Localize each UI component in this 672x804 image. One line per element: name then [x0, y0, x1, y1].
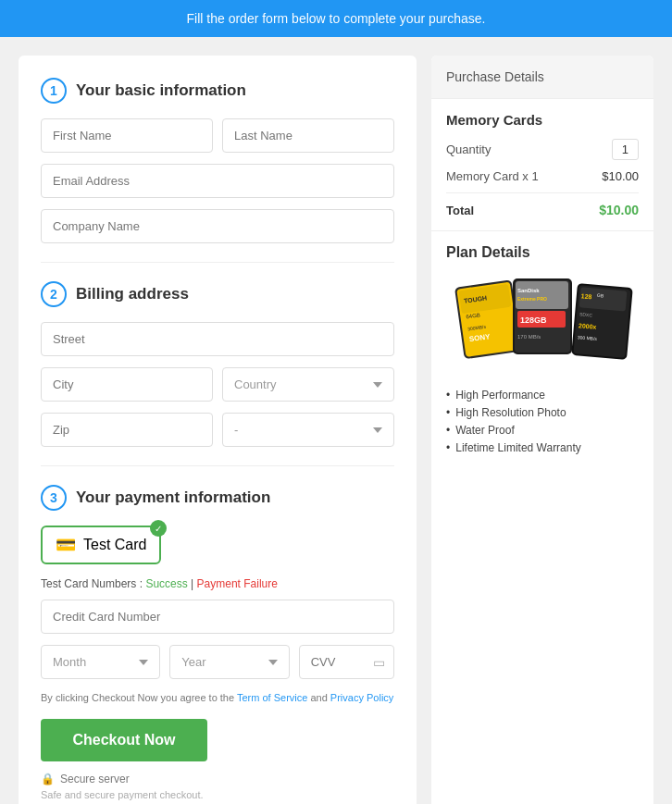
street-row: [41, 322, 394, 356]
terms-prefix: By clicking Checkout Now you agree to th…: [41, 692, 237, 703]
plan-details-title: Plan Details: [446, 244, 639, 261]
feature-item: High Resolution Photo: [446, 406, 639, 419]
cvv-row: Month 01 02 Year 2024 2025 ▭: [41, 645, 394, 679]
total-price: $10.00: [599, 203, 639, 217]
first-name-input[interactable]: [41, 118, 213, 153]
payment-section: 3 Your payment information 💳 Test Card ✓…: [41, 485, 394, 800]
city-country-row: Country United States United Kingdom: [41, 367, 394, 402]
banner-text: Fill the order form below to complete yo…: [187, 11, 486, 26]
section3-header: 3 Your payment information: [41, 485, 394, 511]
failure-link[interactable]: Payment Failure: [197, 577, 278, 590]
company-row: [41, 209, 394, 243]
section3-number: 3: [41, 485, 67, 511]
svg-rect-9: [516, 281, 568, 309]
company-input[interactable]: [41, 209, 394, 243]
quantity-row: Quantity 1: [446, 139, 639, 160]
purchase-body: Memory Cards Quantity 1 Memory Card x 1 …: [431, 99, 653, 230]
card-option[interactable]: 💳 Test Card ✓: [41, 526, 161, 564]
safe-text: Safe and secure payment checkout.: [41, 789, 394, 800]
left-panel: 1 Your basic information 2 Billing addre…: [19, 56, 417, 804]
card-label: Test Card: [83, 537, 146, 553]
svg-text:128GB: 128GB: [520, 315, 547, 325]
purchase-header-title: Purchase Details: [446, 69, 544, 84]
test-card-numbers: Test Card Numbers : Success | Payment Fa…: [41, 577, 394, 590]
feature-list: High PerformanceHigh Resolution PhotoWat…: [446, 389, 639, 454]
svg-text:GB: GB: [597, 292, 604, 299]
section2-header: 2 Billing address: [41, 281, 394, 307]
feature-item: Lifetime Limited Warranty: [446, 441, 639, 454]
section3-title: Your payment information: [76, 489, 270, 507]
section2-title: Billing address: [76, 285, 189, 303]
card-icon: 💳: [56, 535, 76, 555]
state-select[interactable]: -: [222, 413, 394, 447]
section1-number: 1: [41, 78, 67, 104]
lock-icon: 🔒: [41, 773, 55, 785]
email-row: [41, 164, 394, 198]
month-select[interactable]: Month 01 02: [41, 645, 160, 679]
zip-state-row: -: [41, 413, 394, 447]
total-label: Total: [446, 204, 474, 217]
zip-input[interactable]: [41, 413, 213, 447]
last-name-input[interactable]: [222, 118, 394, 153]
item-label: Memory Card x 1: [446, 169, 539, 183]
feature-item: High Performance: [446, 389, 639, 402]
product-name: Memory Cards: [446, 112, 639, 128]
cvv-icon: ▭: [373, 655, 385, 670]
section2-number: 2: [41, 281, 67, 307]
card-check-icon: ✓: [150, 520, 167, 537]
checkout-button[interactable]: Checkout Now: [41, 719, 207, 761]
memory-cards-image: TOUGH 64GB 300MB/s SONY SanDisk Extreme …: [446, 274, 639, 376]
terms-link[interactable]: Term of Service: [237, 692, 307, 703]
item-row: Memory Card x 1 $10.00: [446, 169, 639, 183]
secure-server: 🔒 Secure server: [41, 773, 394, 785]
right-panel: Purchase Details Memory Cards Quantity 1…: [431, 56, 653, 804]
country-select[interactable]: Country United States United Kingdom: [222, 367, 394, 402]
cvv-wrapper: ▭: [299, 645, 394, 679]
svg-text:170 MB/s: 170 MB/s: [517, 334, 541, 340]
cc-input[interactable]: [41, 600, 394, 634]
email-input[interactable]: [41, 164, 394, 198]
city-input[interactable]: [41, 367, 213, 402]
test-card-label: Test Card Numbers :: [41, 577, 143, 590]
cc-row: [41, 600, 394, 634]
plan-details-section: Plan Details TOUGH 64GB 300MB/s SONY: [431, 230, 653, 472]
quantity-label: Quantity: [446, 142, 491, 156]
svg-text:128: 128: [580, 292, 591, 300]
street-input[interactable]: [41, 322, 394, 356]
secure-label: Secure server: [60, 773, 130, 785]
svg-text:SDXC: SDXC: [579, 311, 593, 317]
terms-text: By clicking Checkout Now you agree to th…: [41, 690, 394, 706]
svg-text:SanDisk: SanDisk: [517, 288, 540, 293]
item-price: $10.00: [602, 169, 639, 183]
purchase-header: Purchase Details: [431, 56, 653, 99]
svg-text:Extreme PRO: Extreme PRO: [517, 296, 547, 302]
year-select[interactable]: Year 2024 2025: [169, 645, 289, 679]
privacy-link[interactable]: Privacy Policy: [330, 692, 393, 703]
name-row: [41, 118, 394, 153]
success-link[interactable]: Success: [145, 577, 187, 590]
section1-title: Your basic information: [76, 81, 246, 100]
section1-header: 1 Your basic information: [41, 78, 394, 104]
top-banner: Fill the order form below to complete yo…: [0, 0, 672, 37]
quantity-value: 1: [612, 139, 639, 160]
feature-item: Water Proof: [446, 424, 639, 437]
total-row: Total $10.00: [446, 192, 639, 217]
